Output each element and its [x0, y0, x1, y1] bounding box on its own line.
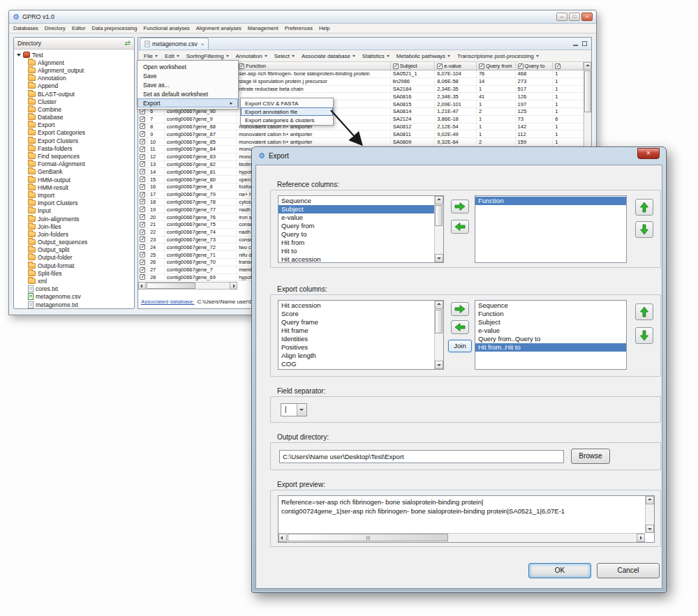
cell-query-from[interactable]: 1 [477, 123, 516, 130]
list-item[interactable]: Query from..Query to [475, 335, 626, 343]
cell-sequence[interactable]: contig00667gene_8 [165, 183, 237, 190]
cell-row-number[interactable]: 12 [148, 153, 165, 160]
cell-evalue[interactable]: 8,06E-58 [435, 78, 477, 85]
cell-query-from[interactable]: 2 [477, 108, 516, 115]
close-button[interactable]: × [581, 13, 593, 21]
cell-extra[interactable]: 1 [553, 70, 584, 77]
main-titlebar[interactable]: ⚙ GPRO v1.0 – □ × [9, 10, 596, 24]
tree-item-folder[interactable]: GenBank [14, 168, 134, 176]
tree-item-folder[interactable]: HMM-result [14, 183, 134, 191]
row-checkbox[interactable] [140, 230, 145, 235]
row-checkbox[interactable] [140, 176, 145, 182]
tree-item-folder[interactable]: Export Clusters [14, 137, 134, 144]
cell-sequence[interactable]: contig00667gene_71 [165, 251, 237, 258]
cell-function[interactable]: stage iii sporulation protein j precurso… [237, 78, 391, 85]
tree-item-folder[interactable]: Find sequences [14, 152, 134, 160]
tree-item-folder[interactable]: Output_sequences [14, 239, 134, 246]
cell-sequence[interactable]: contig00667gene_70 [165, 259, 237, 266]
export-submenu-item[interactable]: Export annotation file [241, 107, 333, 116]
cell-row-number[interactable]: 7 [148, 116, 165, 123]
tree-item-folder[interactable]: Cluster [14, 98, 134, 105]
toolbar-menu-item[interactable]: Edit [165, 53, 179, 59]
cell-query-from[interactable]: 1 [477, 130, 516, 137]
cell-sequence[interactable]: contig00667gene_85 [165, 138, 237, 145]
toolbar-menu-item[interactable]: Annotation [236, 53, 267, 59]
list-item[interactable]: Positives [279, 343, 434, 352]
preview-horizontal-scrollbar[interactable] [279, 533, 645, 542]
row-checkbox[interactable] [140, 147, 145, 152]
cell-row-number[interactable]: 25 [148, 251, 165, 258]
browse-button[interactable]: Browse [571, 449, 610, 464]
list-item[interactable]: Score [279, 310, 434, 318]
cell-extra[interactable]: 1 [553, 130, 584, 137]
cell-extra[interactable]: 1 [553, 123, 584, 130]
row-checkbox[interactable] [140, 236, 145, 242]
row-checkbox[interactable] [140, 274, 145, 280]
cell-extra[interactable]: 1 [553, 86, 584, 93]
header-checkbox[interactable] [393, 63, 399, 69]
cell-row-number[interactable]: 20 [148, 213, 165, 220]
toolbar-menu-item[interactable]: SortingFiltering [186, 53, 229, 59]
cell-extra[interactable]: 1 [553, 138, 584, 145]
list-item[interactable]: Hit frame [279, 326, 434, 335]
tree-item-folder[interactable]: Join-files [14, 223, 134, 230]
scroll-down-button[interactable] [435, 361, 443, 369]
cell-sequence[interactable]: contig00667gene_82 [165, 161, 237, 168]
dropdown-arrow-icon[interactable] [297, 404, 306, 416]
menubar-item[interactable]: Editor [72, 25, 86, 31]
column-header-extra[interactable] [553, 62, 584, 70]
tree-item-folder[interactable]: Join-alignments [14, 215, 134, 223]
cell-sequence[interactable]: contig00667gene_83 [165, 153, 237, 160]
list-item[interactable]: Hit to [279, 247, 434, 255]
cell-evalue[interactable]: 2,34E-35 [435, 86, 477, 93]
tree-item-folder[interactable]: Join-folders [14, 230, 134, 238]
list-item[interactable]: e-value [475, 326, 626, 335]
menubar-item[interactable]: Alignment analyses [196, 25, 242, 31]
export-chosen-list[interactable]: SequenceFunctionSubjecte-valueQuery from… [475, 300, 627, 370]
tree-item-file[interactable]: metagenome.txt [14, 301, 134, 308]
minimize-view-icon[interactable] [572, 40, 579, 47]
tree-item-folder[interactable]: BLAST-output [14, 90, 134, 98]
menubar-item[interactable]: Directory [45, 25, 66, 31]
cell-evalue[interactable]: 2,12E-54 [435, 123, 477, 130]
export-preview-textarea[interactable]: Reference=ser-asp rich fibrinogen- bone … [278, 495, 655, 543]
cell-query-to[interactable]: 142 [516, 123, 554, 130]
list-item[interactable]: Function [475, 310, 626, 318]
cell-row-number[interactable]: 27 [148, 266, 165, 273]
cell-function[interactable]: nitrate reductase beta chain [237, 86, 391, 93]
reference-move-down-button[interactable] [635, 221, 653, 238]
cell-row-number[interactable]: 22 [148, 229, 165, 236]
cell-sequence[interactable]: contig00667gene_69 [165, 274, 237, 281]
menubar-item[interactable]: Preferences [285, 25, 313, 31]
cell-query-to[interactable]: 112 [516, 130, 554, 137]
row-checkbox[interactable] [140, 131, 145, 137]
column-header-query-from[interactable]: Query from [477, 62, 516, 70]
header-checkbox[interactable] [239, 63, 244, 69]
export-move-right-button[interactable] [451, 302, 469, 316]
cell-query-to[interactable]: 273 [516, 78, 554, 85]
list-item[interactable]: Subject [475, 318, 626, 326]
file-menu-item[interactable]: Save as... ▸ [138, 80, 238, 89]
list-item[interactable]: COG [279, 360, 434, 368]
directory-panel-header[interactable]: Directory ⇄ [14, 38, 134, 50]
row-checkbox[interactable] [140, 214, 145, 220]
cell-query-from[interactable]: 76 [477, 70, 516, 77]
toolbar-menu-item[interactable]: Metabolic pathways [396, 53, 450, 59]
tree-item-folder[interactable]: Output_split [14, 246, 134, 254]
toolbar-menu-item[interactable]: Transcriptome post-processing [457, 53, 539, 59]
export-dialog-titlebar[interactable]: ⚙ Export [252, 147, 666, 164]
cell-evalue[interactable]: 2,09E-101 [435, 100, 477, 107]
cell-sequence[interactable]: contig00667gene_79 [165, 191, 237, 198]
tab-metagenome-csv[interactable]: metagenome.csv × [140, 38, 209, 50]
tree-item-folder[interactable]: Alignment_output [14, 66, 134, 74]
list-item[interactable]: Function [475, 197, 626, 205]
row-checkbox[interactable] [140, 199, 145, 204]
scroll-right-button[interactable] [637, 534, 645, 542]
cell-row-number[interactable]: 17 [148, 191, 165, 198]
cell-row-number[interactable]: 13 [148, 161, 165, 168]
cell-query-to[interactable]: 125 [516, 108, 554, 115]
list-item[interactable]: Query from [279, 222, 434, 230]
menubar-item[interactable]: Functional analyses [144, 25, 190, 31]
maximize-button[interactable]: □ [569, 13, 580, 21]
row-checkbox[interactable] [140, 169, 145, 174]
